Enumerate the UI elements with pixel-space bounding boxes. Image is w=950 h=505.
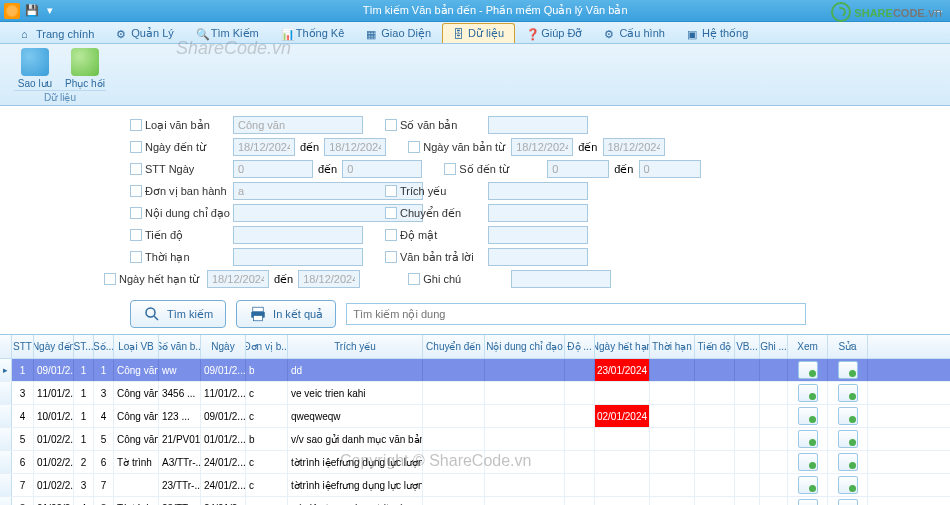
col-header[interactable]: Sửa — [828, 335, 868, 358]
table-row[interactable]: 4 10/01/2... 1 4 Công văn 123 ... 09/01/… — [0, 405, 950, 428]
col-header[interactable]: Ngày đến — [34, 335, 74, 358]
edit-button[interactable] — [838, 430, 858, 448]
field-input[interactable] — [488, 204, 588, 222]
checkbox[interactable] — [130, 119, 142, 131]
tab-label: Trang chính — [36, 28, 94, 40]
table-row[interactable]: ▸ 1 09/01/2... 1 1 Công văn ww 09/01/2..… — [0, 359, 950, 382]
edit-button[interactable] — [838, 361, 858, 379]
view-button[interactable] — [798, 384, 818, 402]
table-row[interactable]: 6 01/02/2... 2 6 Tờ trình A3/TTr-... 24/… — [0, 451, 950, 474]
checkbox[interactable] — [130, 251, 142, 263]
field-input-to[interactable] — [342, 160, 422, 178]
search-button[interactable]: Tìm kiếm — [130, 300, 226, 328]
view-button[interactable] — [798, 361, 818, 379]
view-button[interactable] — [798, 499, 818, 505]
field-input[interactable] — [488, 226, 588, 244]
col-header[interactable]: Thời hạn — [650, 335, 695, 358]
checkbox[interactable] — [444, 163, 456, 175]
edit-button[interactable] — [838, 499, 858, 505]
restore-button[interactable]: Phục hồi — [64, 46, 106, 90]
checkbox[interactable] — [130, 207, 142, 219]
table-row[interactable]: 3 11/01/2... 1 3 Công văn 3456 ... 11/01… — [0, 382, 950, 405]
col-header[interactable]: Ngày — [201, 335, 246, 358]
qat-save-icon[interactable]: 💾 — [24, 3, 40, 19]
table-row[interactable]: 5 01/02/2... 1 5 Công văn 21/PV01-... 01… — [0, 428, 950, 451]
field-input[interactable] — [488, 248, 588, 266]
tab-chart[interactable]: 📊Thống Kê — [270, 23, 356, 43]
tab-db[interactable]: 🗄Dữ liệu — [442, 23, 515, 43]
checkbox[interactable] — [385, 185, 397, 197]
view-button[interactable] — [798, 430, 818, 448]
field-input[interactable] — [233, 160, 313, 178]
col-header[interactable]: Ngày hết hạn — [595, 335, 650, 358]
cell-type: Tờ trình — [114, 451, 159, 473]
edit-button[interactable] — [838, 384, 858, 402]
col-header[interactable]: Loại VB — [114, 335, 159, 358]
field-input[interactable] — [233, 116, 363, 134]
field-input[interactable] — [547, 160, 609, 178]
cell-so: 8 — [94, 497, 114, 505]
col-header[interactable]: Nội dung chỉ đạo — [485, 335, 565, 358]
field-input[interactable] — [207, 270, 269, 288]
field-input-to[interactable] — [603, 138, 665, 156]
col-header[interactable]: VB... — [735, 335, 760, 358]
edit-button[interactable] — [838, 476, 858, 494]
col-header[interactable]: Tiến độ — [695, 335, 735, 358]
tab-layout[interactable]: ▦Giao Diện — [355, 23, 442, 43]
edit-button[interactable] — [838, 453, 858, 471]
view-button[interactable] — [798, 407, 818, 425]
view-button[interactable] — [798, 476, 818, 494]
field-input[interactable] — [511, 270, 611, 288]
col-header[interactable]: Số văn b... — [159, 335, 201, 358]
tab-home[interactable]: ⌂Trang chính — [10, 24, 105, 43]
col-header[interactable]: Ghi ... — [760, 335, 788, 358]
col-header[interactable]: Trích yếu — [288, 335, 423, 358]
checkbox[interactable] — [385, 229, 397, 241]
checkbox[interactable] — [385, 119, 397, 131]
field-label: Số văn bản — [400, 119, 488, 132]
checkbox[interactable] — [130, 229, 142, 241]
checkbox[interactable] — [408, 141, 420, 153]
checkbox[interactable] — [130, 141, 142, 153]
checkbox[interactable] — [385, 251, 397, 263]
tab-sys[interactable]: ▣Hệ thống — [676, 23, 759, 43]
content-search-input[interactable] — [346, 303, 806, 325]
edit-button[interactable] — [838, 407, 858, 425]
col-header[interactable]: Xem — [788, 335, 828, 358]
qat-dropdown-icon[interactable]: ▾ — [42, 3, 58, 19]
field-input[interactable] — [233, 138, 295, 156]
cell-expiry: 02/01/2024 — [595, 405, 650, 427]
col-header[interactable]: Số... — [94, 335, 114, 358]
checkbox[interactable] — [408, 273, 420, 285]
field-input-to[interactable] — [639, 160, 701, 178]
cell-docno: 3456 ... — [159, 382, 201, 404]
field-input[interactable] — [488, 116, 588, 134]
checkbox[interactable] — [385, 207, 397, 219]
field-input[interactable] — [511, 138, 573, 156]
field-input[interactable] — [488, 182, 588, 200]
checkbox[interactable] — [130, 163, 142, 175]
table-row[interactable]: 7 01/02/2... 3 7 23/TTr-... 24/01/2... c… — [0, 474, 950, 497]
tab-help[interactable]: ❓Giúp Đỡ — [515, 23, 593, 43]
print-button[interactable]: In kết quả — [236, 300, 336, 328]
tab-gear[interactable]: ⚙Quản Lý — [105, 23, 184, 43]
col-header[interactable]: Độ ... — [565, 335, 595, 358]
field-input[interactable] — [233, 226, 363, 244]
col-header[interactable]: STT — [12, 335, 34, 358]
tab-cog[interactable]: ⚙Cấu hình — [593, 23, 676, 43]
field-input[interactable] — [233, 248, 363, 266]
tab-search[interactable]: 🔍Tìm Kiếm — [185, 23, 270, 43]
field-input-to[interactable] — [324, 138, 386, 156]
checkbox[interactable] — [130, 185, 142, 197]
col-header[interactable]: Chuyển đến — [423, 335, 485, 358]
col-header[interactable]: ST... — [74, 335, 94, 358]
field-input-to[interactable] — [298, 270, 360, 288]
field-label: Văn bản trả lời — [400, 251, 488, 264]
view-button[interactable] — [798, 453, 818, 471]
cell-note — [760, 382, 788, 404]
table-row[interactable]: 8 01/02/2... 4 8 Tờ trình 23/TTr-... 24/… — [0, 497, 950, 505]
cell-unit: c — [246, 451, 288, 473]
checkbox[interactable] — [104, 273, 116, 285]
backup-button[interactable]: Sao lưu — [14, 46, 56, 90]
col-header[interactable]: Đơn vị b... — [246, 335, 288, 358]
